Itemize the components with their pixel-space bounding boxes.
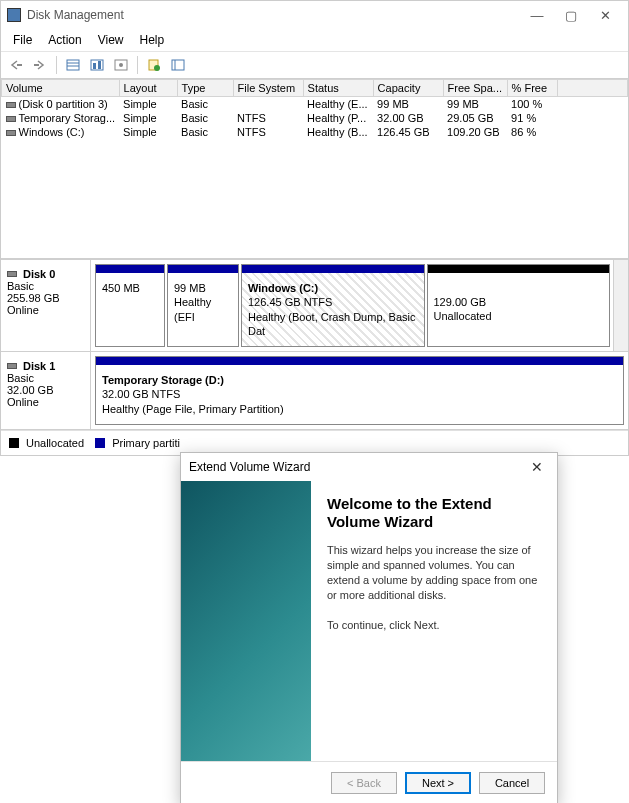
volume-icon [6, 116, 16, 122]
properties-icon[interactable] [110, 55, 132, 75]
col-layout[interactable]: Layout [119, 80, 177, 97]
col-pct[interactable]: % Free [507, 80, 557, 97]
wizard-titlebar: Extend Volume Wizard ✕ [181, 453, 557, 456]
legend-swatch-unallocated [9, 438, 19, 448]
col-fs[interactable]: File System [233, 80, 303, 97]
view-list-icon[interactable] [62, 55, 84, 75]
toolbar [1, 52, 628, 79]
table-row[interactable]: Windows (C:) SimpleBasicNTFSHealthy (B..… [2, 125, 628, 139]
menu-action[interactable]: Action [40, 31, 89, 49]
svg-point-11 [154, 65, 160, 71]
disk-graphical-view: Disk 0 Basic 255.98 GB Online 450 MB 99 … [1, 259, 628, 430]
col-volume[interactable]: Volume [2, 80, 120, 97]
window-title: Disk Management [27, 8, 520, 22]
minimize-button[interactable]: — [520, 5, 554, 25]
menu-file[interactable]: File [5, 31, 40, 49]
back-icon[interactable] [5, 55, 27, 75]
disk-management-window: Disk Management — ▢ ✕ File Action View H… [0, 0, 629, 456]
volume-icon [6, 130, 16, 136]
table-row[interactable]: Temporary Storag... SimpleBasicNTFSHealt… [2, 111, 628, 125]
disk-0-seg-1[interactable]: 99 MBHealthy (EFI [167, 264, 239, 347]
extend-volume-wizard: Extend Volume Wizard ✕ Welcome to the Ex… [180, 452, 558, 456]
menu-help[interactable]: Help [132, 31, 173, 49]
disk-icon [7, 363, 17, 369]
svg-point-9 [119, 63, 123, 67]
disk-0-seg-0[interactable]: 450 MB [95, 264, 165, 347]
menu-view[interactable]: View [90, 31, 132, 49]
col-spacer [557, 80, 627, 97]
table-row[interactable]: (Disk 0 partition 3) SimpleBasicHealthy … [2, 97, 628, 112]
col-status[interactable]: Status [303, 80, 373, 97]
legend-swatch-primary [95, 438, 105, 448]
svg-rect-1 [34, 64, 39, 66]
volume-icon [6, 102, 16, 108]
col-type[interactable]: Type [177, 80, 233, 97]
disk-1-seg-0[interactable]: Temporary Storage (D:)32.00 GB NTFSHealt… [95, 356, 624, 425]
help-icon[interactable] [143, 55, 165, 75]
disk-0-seg-3[interactable]: 129.00 GBUnallocated [427, 264, 611, 347]
menubar: File Action View Help [1, 29, 628, 52]
details-icon[interactable] [167, 55, 189, 75]
scrollbar[interactable] [613, 260, 628, 351]
svg-rect-12 [172, 60, 184, 70]
disk-1-info[interactable]: Disk 1 Basic 32.00 GB Online [1, 352, 91, 429]
volume-list: Volume Layout Type File System Status Ca… [1, 79, 628, 259]
forward-icon[interactable] [29, 55, 51, 75]
close-button[interactable]: ✕ [588, 5, 622, 25]
svg-rect-0 [17, 64, 22, 66]
col-free[interactable]: Free Spa... [443, 80, 507, 97]
app-icon [7, 8, 21, 22]
svg-rect-7 [98, 61, 101, 69]
maximize-button[interactable]: ▢ [554, 5, 588, 25]
svg-rect-6 [93, 63, 96, 69]
disk-1-row: Disk 1 Basic 32.00 GB Online Temporary S… [1, 352, 628, 430]
refresh-icon[interactable] [86, 55, 108, 75]
svg-rect-2 [67, 60, 79, 70]
titlebar: Disk Management — ▢ ✕ [1, 1, 628, 29]
disk-0-row: Disk 0 Basic 255.98 GB Online 450 MB 99 … [1, 259, 628, 352]
disk-0-info[interactable]: Disk 0 Basic 255.98 GB Online [1, 260, 91, 351]
disk-0-seg-2[interactable]: Windows (C:)126.45 GB NTFSHealthy (Boot,… [241, 264, 425, 347]
disk-icon [7, 271, 17, 277]
svg-rect-5 [91, 60, 103, 70]
col-capacity[interactable]: Capacity [373, 80, 443, 97]
